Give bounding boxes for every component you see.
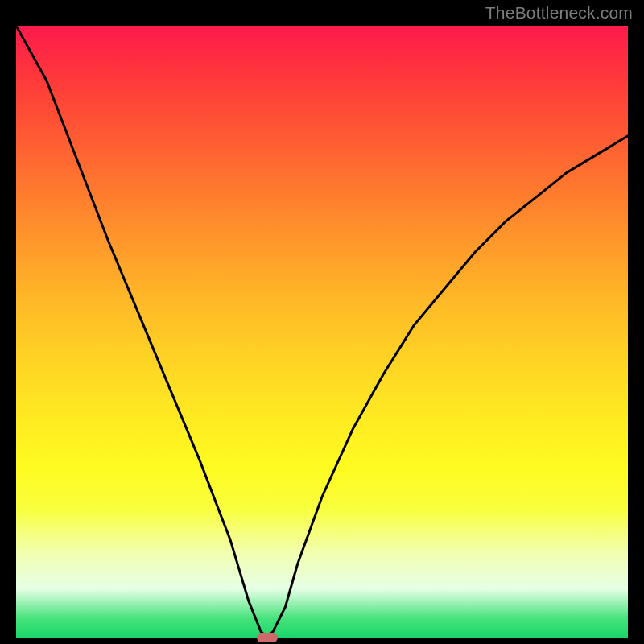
- chart-frame: TheBottleneck.com: [0, 0, 644, 644]
- watermark-text: TheBottleneck.com: [485, 3, 633, 23]
- bottleneck-curve: [16, 26, 628, 638]
- plot-area: [16, 26, 628, 638]
- curve-path: [16, 26, 628, 638]
- minimum-marker: [257, 633, 278, 642]
